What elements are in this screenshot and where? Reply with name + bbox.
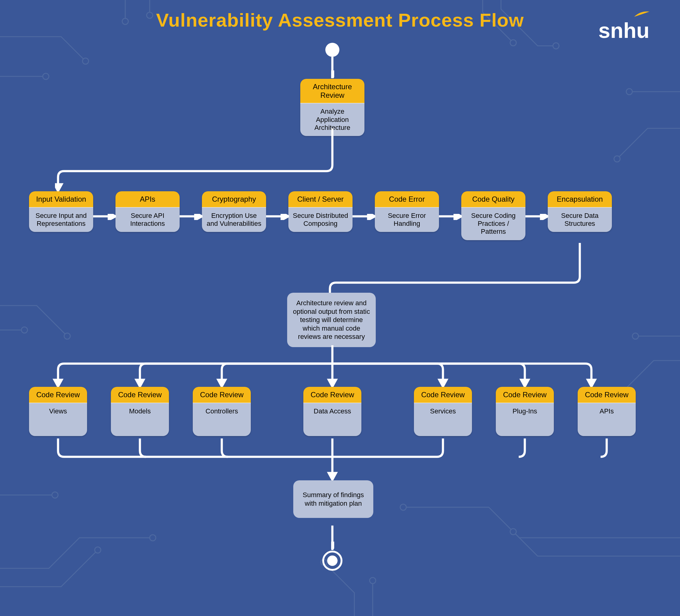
svg-marker-39	[439, 380, 447, 387]
node-body: Models	[111, 403, 169, 436]
node-header: Architecture Review	[300, 79, 364, 103]
node-body: Secure API Interactions	[115, 207, 180, 232]
node-review-apis: Code ReviewAPIs	[578, 387, 636, 436]
node-review-data-access: Code ReviewData Access	[303, 387, 361, 436]
svg-marker-25	[195, 214, 202, 220]
svg-point-4	[510, 40, 516, 46]
svg-point-7	[614, 156, 620, 162]
svg-point-14	[95, 547, 101, 553]
node-header: Input Validation	[29, 191, 93, 207]
svg-marker-33	[541, 214, 548, 220]
node-body: Secure Input and Representations	[29, 207, 93, 232]
node-input-validation: Input ValidationSecure Input and Represe…	[29, 191, 93, 232]
node-header: Code Review	[414, 387, 472, 403]
node-body: Secure Error Handling	[375, 207, 439, 232]
node-header: Code Quality	[461, 191, 526, 207]
svg-marker-27	[282, 214, 288, 220]
node-review-services: Code ReviewServices	[414, 387, 472, 436]
node-body: Views	[29, 403, 87, 436]
svg-point-13	[150, 535, 156, 541]
svg-point-12	[52, 492, 58, 498]
node-body: Secure Data Structures	[548, 207, 612, 232]
node-header: APIs	[115, 191, 180, 207]
svg-point-17	[370, 578, 376, 584]
node-code-quality: Code QualitySecure Coding Practices / Pa…	[461, 191, 526, 240]
svg-marker-38	[329, 380, 336, 387]
node-header: Code Review	[578, 387, 636, 403]
node-encapsulation: EncapsulationSecure Data Structures	[548, 191, 612, 232]
svg-marker-45	[331, 543, 334, 550]
svg-marker-41	[588, 380, 595, 387]
logo: snhu	[598, 18, 649, 43]
svg-point-8	[64, 333, 70, 339]
node-header: Code Review	[29, 387, 87, 403]
node-client-server: Client / ServerSecure Distributed Compos…	[288, 191, 352, 232]
node-review-controllers: Code ReviewControllers	[193, 387, 251, 436]
node-body: Services	[414, 403, 472, 436]
node-header: Code Review	[111, 387, 169, 403]
node-apis: APIsSecure API Interactions	[115, 191, 180, 232]
node-header: Encapsulation	[548, 191, 612, 207]
end-node	[322, 551, 342, 571]
node-body: Controllers	[193, 403, 251, 436]
svg-point-1	[43, 73, 49, 79]
node-architecture-review: Architecture Review Analyze Application …	[300, 79, 364, 136]
node-header: Cryptography	[202, 191, 266, 207]
node-body: APIs	[578, 403, 636, 436]
start-node	[325, 43, 339, 57]
svg-point-15	[400, 504, 406, 510]
node-code-error: Code ErrorSecure Error Handling	[375, 191, 439, 232]
node-header: Code Error	[375, 191, 439, 207]
svg-marker-29	[368, 214, 375, 220]
svg-point-6	[626, 89, 632, 95]
svg-marker-35	[54, 380, 62, 387]
svg-point-9	[21, 327, 28, 333]
svg-point-10	[632, 333, 639, 339]
svg-marker-43	[329, 473, 336, 480]
svg-point-0	[83, 58, 89, 64]
node-review-views: Code ReviewViews	[29, 387, 87, 436]
node-header: Code Review	[303, 387, 361, 403]
node-header: Code Review	[193, 387, 251, 403]
decision-box: Architecture review and optional output …	[287, 293, 376, 347]
svg-point-5	[553, 43, 559, 49]
svg-marker-31	[455, 214, 461, 220]
svg-point-16	[510, 529, 516, 535]
diagram-title: Vulnerability Assessment Process Flow	[0, 9, 680, 31]
summary-box: Summary of findings with mitigation plan	[293, 480, 373, 518]
node-body: Encryption Use and Vulnerabilities	[202, 207, 266, 232]
node-body: Data Access	[303, 403, 361, 436]
svg-marker-20	[331, 72, 334, 78]
logo-text: snhu	[598, 19, 649, 43]
node-body: Secure Coding Practices / Patterns	[461, 207, 526, 240]
svg-marker-37	[218, 380, 225, 387]
svg-marker-23	[109, 214, 115, 220]
node-review-plugins: Code ReviewPlug-Ins	[496, 387, 554, 436]
svg-marker-21	[55, 184, 62, 191]
node-header: Client / Server	[288, 191, 352, 207]
node-body: Plug-Ins	[496, 403, 554, 436]
node-review-models: Code ReviewModels	[111, 387, 169, 436]
svg-marker-40	[521, 380, 529, 387]
node-body: Secure Distributed Composing	[288, 207, 352, 232]
svg-marker-36	[136, 380, 144, 387]
node-header: Code Review	[496, 387, 554, 403]
node-cryptography: CryptographyEncryption Use and Vulnerabi…	[202, 191, 266, 232]
